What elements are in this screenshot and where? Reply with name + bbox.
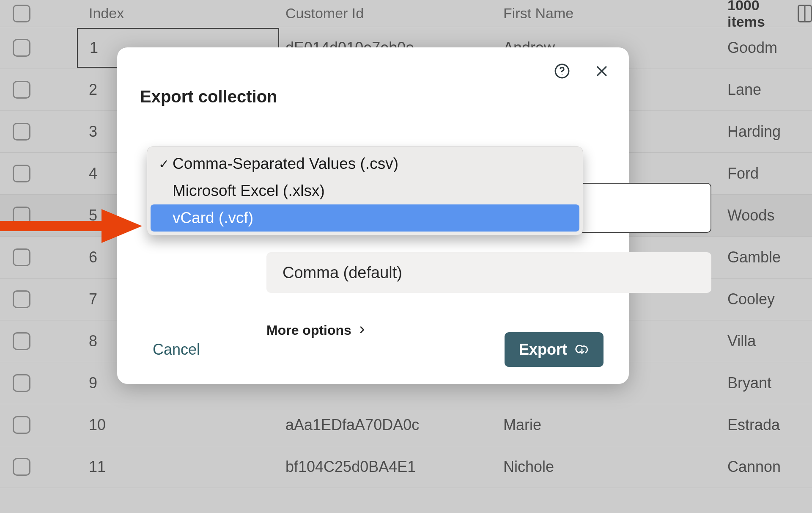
download-cloud-icon (575, 342, 589, 357)
svg-point-1 (562, 74, 562, 75)
modal-title: Export collection (140, 87, 606, 106)
cancel-button[interactable]: Cancel (153, 341, 200, 359)
dropdown-option-label: vCard (.vcf) (173, 209, 253, 227)
dropdown-option-label: Microsoft Excel (.xlsx) (173, 182, 325, 200)
checkmark-icon: ✓ (156, 157, 171, 171)
delimiter-select[interactable]: Comma (default) (266, 252, 711, 293)
delimiter-value: Comma (default) (283, 264, 402, 282)
dropdown-option[interactable]: ✓Comma-Separated Values (.csv) (151, 150, 579, 177)
dropdown-option-label: Comma-Separated Values (.csv) (173, 155, 398, 173)
close-icon[interactable] (592, 61, 612, 81)
dropdown-option[interactable]: vCard (.vcf) (151, 204, 579, 232)
export-button-label: Export (519, 341, 567, 359)
export-button[interactable]: Export (505, 332, 604, 367)
export-format-dropdown[interactable]: ✓Comma-Separated Values (.csv)Microsoft … (147, 146, 583, 235)
dropdown-option[interactable]: Microsoft Excel (.xlsx) (151, 177, 579, 204)
help-icon[interactable] (552, 61, 572, 81)
